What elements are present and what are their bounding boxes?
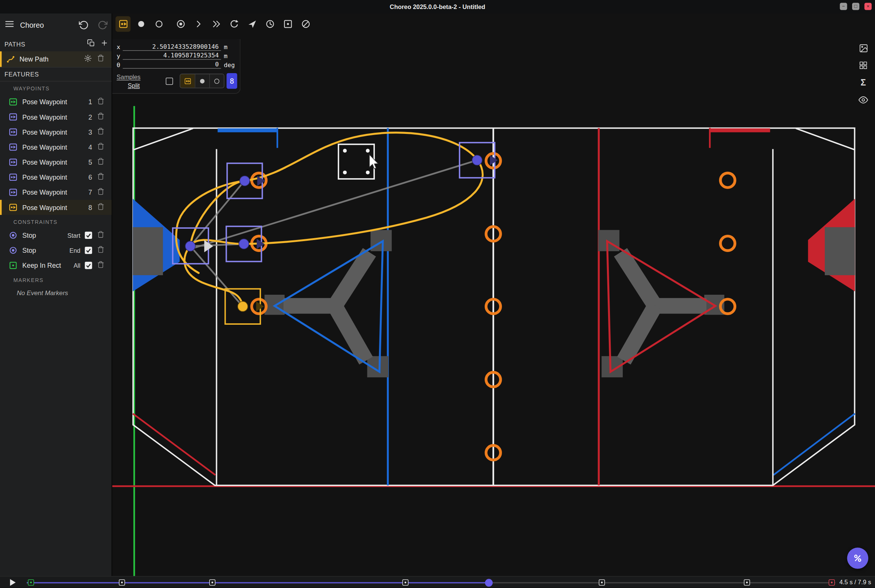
sum-button[interactable]: Σ [858, 77, 869, 88]
duplicate-path-button[interactable] [87, 39, 95, 49]
samples-count[interactable]: 8 [226, 73, 237, 89]
point-at-tool[interactable] [244, 16, 259, 32]
constraint-row-3[interactable]: Keep In Rect All [0, 258, 112, 273]
trash-icon [97, 112, 104, 120]
constraint-label: Keep In Rect [22, 261, 74, 269]
timeline-start-marker[interactable] [28, 579, 34, 585]
menu-button[interactable] [4, 19, 15, 32]
delete-waypoint-button[interactable] [97, 157, 104, 167]
app-name: Choreo [20, 21, 44, 29]
timeline-waypoint-marker[interactable] [119, 579, 125, 585]
pose-waypoint-tool[interactable] [115, 16, 130, 32]
y-unit: m [221, 52, 236, 60]
waypoint-row-6[interactable]: Pose Waypoint 6 [0, 170, 112, 185]
add-path-button[interactable] [100, 39, 108, 49]
split-checkbox[interactable] [166, 77, 173, 84]
delete-waypoint-button[interactable] [97, 97, 104, 107]
delete-waypoint-button[interactable] [97, 127, 104, 137]
titlebar: Choreo 2025.0.0-beta-2 - Untitled − □ × [0, 0, 875, 14]
timeline-playhead[interactable] [485, 579, 493, 587]
waypoint-inspector: x 2.5012433528900146 m y 4.1095871925354… [112, 39, 240, 94]
theta-input[interactable]: 0 [123, 61, 221, 69]
delete-waypoint-button[interactable] [97, 172, 104, 182]
waypoint-row-1[interactable]: Pose Waypoint 1 [0, 94, 112, 110]
field-image-button[interactable] [858, 42, 869, 54]
delete-waypoint-button[interactable] [97, 202, 104, 213]
timeline-waypoint-marker[interactable] [599, 579, 605, 585]
maximize-button[interactable]: □ [852, 3, 859, 10]
waypoint-row-4[interactable]: Pose Waypoint 4 [0, 140, 112, 154]
constraint-enabled-checkbox[interactable] [85, 262, 92, 269]
constraint-scope: End [69, 247, 80, 254]
close-button[interactable]: × [865, 3, 872, 10]
waypoint-type-toggle-group [180, 74, 224, 88]
path-list-item[interactable]: New Path [0, 51, 112, 67]
split-label[interactable]: Split [128, 82, 166, 88]
blue-corner-line [134, 128, 193, 150]
rotation-icon [229, 18, 240, 30]
delete-waypoint-button[interactable] [97, 142, 104, 152]
constraint-enabled-checkbox[interactable] [85, 247, 92, 254]
red-stage [598, 230, 724, 377]
translation-waypoint-toggle[interactable] [195, 74, 209, 88]
markers-subheader: MARKERS [0, 274, 112, 286]
waypoint-index: 4 [84, 143, 92, 151]
constraint-row-2[interactable]: Stop End [0, 243, 112, 258]
samples-label[interactable]: Samples [117, 74, 166, 80]
timeline-progress [27, 582, 488, 584]
waypoint-row-7[interactable]: Pose Waypoint 7 [0, 185, 112, 200]
timeline-waypoint-marker[interactable] [402, 579, 408, 585]
translation-waypoint-tool[interactable] [133, 16, 148, 32]
pose-waypoint-icon [9, 173, 17, 181]
no-entry-icon [300, 18, 311, 30]
x-input[interactable]: 2.5012433528900146 [123, 43, 221, 51]
grid-button[interactable] [858, 60, 869, 71]
timeline-waypoint-marker[interactable] [209, 579, 215, 585]
delete-path-button[interactable] [97, 54, 104, 64]
timeline-waypoint-marker[interactable] [744, 579, 750, 585]
pose-waypoint-toggle[interactable] [180, 74, 195, 88]
chevron-right-icon [193, 18, 204, 30]
waypoint-row-8[interactable]: Pose Waypoint 8 [0, 200, 112, 215]
redo-button[interactable] [97, 20, 108, 33]
visibility-button[interactable] [858, 94, 869, 106]
paths-header-label: PATHS [4, 41, 87, 48]
y-input[interactable]: 4.1095871925354 [123, 52, 221, 60]
delete-constraint-button[interactable] [97, 260, 104, 270]
path-settings-button[interactable] [84, 54, 92, 64]
delete-waypoint-button[interactable] [97, 112, 104, 122]
check-icon [85, 262, 91, 268]
keep-in-rect-tool[interactable] [280, 16, 295, 32]
generate-path-button[interactable] [847, 548, 869, 569]
delete-waypoint-button[interactable] [97, 187, 104, 197]
waypoint-row-5[interactable]: Pose Waypoint 5 [0, 154, 112, 170]
play-button[interactable] [9, 579, 16, 586]
trash-icon [97, 54, 104, 62]
timeline-end-marker[interactable] [829, 579, 835, 585]
max-angular-velocity-tool[interactable] [226, 16, 241, 32]
delete-constraint-button[interactable] [97, 245, 104, 255]
delete-constraint-button[interactable] [97, 230, 104, 240]
keep-out-circle-tool[interactable] [298, 16, 313, 32]
waypoint-index: 8 [84, 204, 92, 212]
minimize-button[interactable]: − [840, 3, 847, 10]
trash-icon [97, 187, 104, 195]
constraint-row-1[interactable]: Stop Start [0, 228, 112, 243]
path-icon [6, 55, 15, 64]
waypoint-row-2[interactable]: Pose Waypoint 2 [0, 110, 112, 124]
empty-waypoint-tool[interactable] [151, 16, 166, 32]
field-canvas[interactable]: x 2.5012433528900146 m y 4.1095871925354… [0, 14, 875, 576]
constraint-enabled-checkbox[interactable] [85, 232, 92, 239]
waypoint-marker-2[interactable] [227, 163, 265, 198]
pose-waypoint-icon [183, 77, 192, 85]
max-velocity-tool[interactable] [191, 16, 206, 32]
stop-point-tool[interactable] [173, 16, 188, 32]
max-acceleration-tool[interactable] [209, 16, 224, 32]
trash-icon [97, 172, 104, 180]
waypoint-row-3[interactable]: Pose Waypoint 3 [0, 124, 112, 140]
empty-waypoint-toggle[interactable] [209, 74, 224, 88]
gear-icon [84, 54, 92, 62]
undo-button[interactable] [79, 20, 89, 33]
time-constraint-tool[interactable] [262, 16, 277, 32]
copy-icon [87, 39, 95, 47]
